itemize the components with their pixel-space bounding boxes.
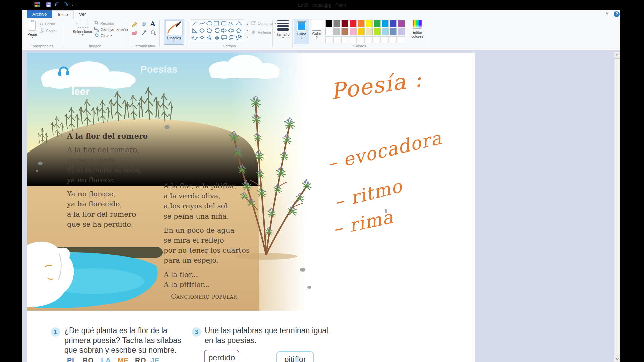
window-title: Lp38 - copia.jpg - Paint	[0, 2, 644, 8]
vertical-scrollbar[interactable]: ^ v	[614, 52, 620, 362]
exercise-1-number: 1	[51, 327, 60, 337]
paint-window: Archivo Inicio Ver ^ ? Pegar ✂	[22, 10, 620, 362]
palette-color[interactable]	[325, 20, 332, 27]
tab-ver[interactable]: Ver	[74, 10, 91, 18]
palette-color[interactable]	[333, 28, 340, 35]
image-group-label: Imagen	[62, 44, 128, 48]
color2-label: Color	[310, 32, 324, 36]
palette-color[interactable]	[358, 28, 365, 35]
tab-archivo[interactable]: Archivo	[27, 10, 52, 18]
paste-dropdown-icon[interactable]	[31, 37, 33, 38]
palette-row-1	[325, 20, 405, 27]
edit-colors-button[interactable]: Editar colores	[408, 19, 427, 38]
brushes-button[interactable]: Pinceles	[164, 19, 184, 45]
rotate-dropdown-icon[interactable]	[110, 35, 112, 36]
palette-color[interactable]	[350, 20, 357, 27]
color-picker-tool-icon[interactable]	[141, 29, 147, 38]
palette-empty-slot[interactable]	[325, 36, 332, 43]
exercise-3-number: 3	[192, 327, 201, 337]
size-dropdown-icon[interactable]	[282, 37, 284, 38]
palette-color[interactable]	[366, 20, 373, 27]
rotate-button[interactable]: Girar	[94, 33, 112, 38]
brushes-dropdown-icon[interactable]	[173, 41, 175, 42]
ribbon-tabs: Archivo Inicio Ver	[27, 10, 91, 18]
palette-color[interactable]	[398, 20, 405, 27]
brushes-label: Pinceles	[164, 36, 184, 40]
color2-swatch	[312, 21, 321, 31]
palette-color[interactable]	[390, 20, 397, 27]
palette-color[interactable]	[374, 20, 381, 27]
resize-icon	[94, 26, 99, 33]
help-icon[interactable]: ?	[614, 11, 620, 17]
paste-label: Pegar	[25, 32, 39, 36]
tab-inicio[interactable]: Inicio	[52, 10, 73, 18]
outline-button[interactable]: Contorno	[251, 21, 276, 26]
palette-empty-slot[interactable]	[398, 36, 405, 43]
fill-shape-button[interactable]: Rellenar	[251, 29, 275, 35]
palette-color[interactable]	[382, 28, 389, 35]
palette-row-2	[325, 28, 405, 35]
scrollbar-thumb[interactable]	[615, 58, 620, 355]
palette-color[interactable]	[398, 28, 405, 35]
palette-color[interactable]	[333, 20, 340, 27]
title-bar: Lp38 - copia.jpg - Paint	[0, 0, 644, 10]
eraser-tool-icon[interactable]	[131, 29, 138, 38]
palette-empty-slot[interactable]	[350, 36, 357, 43]
shapes-scroll-controls[interactable]: ▴ ▾ ▾	[245, 21, 249, 40]
crop-button[interactable]: Recortar	[94, 21, 114, 26]
collapse-ribbon-icon[interactable]: ^	[606, 12, 608, 16]
poem-line: Ya no florece,	[67, 189, 158, 199]
palette-color[interactable]	[350, 28, 357, 35]
pencil-tool-icon[interactable]	[131, 21, 138, 29]
palette-empty-slot[interactable]	[358, 36, 365, 43]
select-button[interactable]: Seleccionar	[73, 19, 92, 36]
clipboard-icon	[28, 26, 37, 32]
scroll-down-icon[interactable]: v	[614, 356, 620, 362]
select-dropdown-icon[interactable]	[82, 34, 84, 36]
palette-color[interactable]	[341, 28, 348, 35]
magnifier-tool-icon[interactable]	[150, 29, 157, 38]
color1-swatch	[297, 21, 306, 31]
syllable: LA	[101, 356, 111, 362]
poem-line: por no tener los cuartos	[164, 245, 264, 255]
text-tool-icon[interactable]: A	[150, 20, 155, 27]
palette-color[interactable]	[341, 20, 348, 27]
palette-color[interactable]	[366, 28, 373, 35]
copy-button[interactable]: Copiar	[40, 28, 57, 34]
paste-button[interactable]: Pegar	[25, 19, 39, 38]
poem-line: ya ha florecido,	[67, 199, 158, 209]
brush-icon	[165, 20, 183, 35]
poem-2: A la flor, a la pitiflor, a la verde oli…	[164, 181, 264, 300]
palette-empty-slot[interactable]	[341, 36, 348, 43]
drawing-canvas[interactable]: Me gusta leer Poesías A la flor del rome…	[27, 53, 475, 362]
header-title: Me gusta leer	[72, 64, 98, 97]
poem-line: A la pitiflor...	[164, 280, 264, 290]
poem-line: a la flor del romero	[67, 209, 158, 219]
palette-color[interactable]	[382, 20, 389, 27]
palette-empty-slot[interactable]	[374, 36, 381, 43]
scroll-up-icon[interactable]: ^	[614, 52, 620, 58]
syllable: JE	[150, 356, 160, 362]
size-button[interactable]: Tamaño	[274, 19, 292, 38]
color1-button[interactable]: Color 1	[294, 19, 309, 44]
palette-empty-slot[interactable]	[382, 36, 389, 43]
palette-color[interactable]	[325, 28, 332, 35]
handwriting-poesia: Poesía :	[329, 67, 424, 104]
palette-empty-slot[interactable]	[390, 36, 397, 43]
group-divider	[427, 19, 427, 47]
palette-empty-slot[interactable]	[333, 36, 340, 43]
edit-colors-label-2: colores	[408, 34, 427, 38]
palette-empty-slot[interactable]	[366, 36, 373, 43]
colors-group-label: Colores	[292, 44, 427, 48]
crop-icon	[94, 20, 99, 26]
color2-button[interactable]: Color 2	[310, 19, 324, 43]
palette-color[interactable]	[374, 28, 381, 35]
palette-color[interactable]	[358, 20, 365, 27]
palette-color[interactable]	[390, 28, 397, 35]
poem-line: ya no florece.	[67, 175, 158, 185]
shape-more-icon: ▾	[245, 34, 249, 40]
resize-button[interactable]: Cambiar tamaño	[94, 27, 128, 32]
shapes-gallery[interactable]	[190, 19, 244, 42]
cut-button[interactable]: ✂ Cortar	[40, 21, 55, 27]
fill-tool-icon[interactable]	[141, 21, 147, 29]
